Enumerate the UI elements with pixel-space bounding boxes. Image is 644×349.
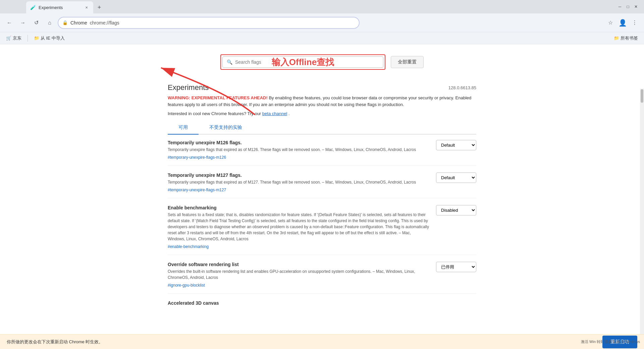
tab-available[interactable]: 可用 [168,121,199,134]
experiments-tab[interactable]: 🧪 Experiments ✕ [26,1,93,13]
address-site-label: Chrome [70,20,87,26]
nav-right-buttons: ☆ 👤 ⋮ [605,17,640,28]
version-text: 128.0.6613.85 [448,85,476,90]
flag-title-gpu: Override software rendering list [168,262,429,267]
flags-list: Temporarily unexpire M126 flags. Tempora… [168,140,476,312]
close-button[interactable]: ✕ [633,4,639,9]
beta-channel-link[interactable]: beta channel [262,111,287,116]
bookmark-jd-label: 京东 [13,35,21,41]
flag-select-m127[interactable]: Default Enabled Disabled [436,172,476,183]
tabs-navigation: 可用 不受支持的实验 [168,121,476,135]
flag-item-3dcanvas: Accelerated 3D canvas [168,300,476,312]
tab-unsupported[interactable]: 不受支持的实验 [199,121,253,134]
flag-link-m127[interactable]: #temporary-unexpire-flags-m127 [168,188,226,192]
flag-control-gpu: 默认 已启用 已停用 [436,262,476,272]
search-area: 🔍 输入Offline查找 全部重置 [168,51,476,70]
bookmarks-bar: 🛒 京东 📁 从 IE 中导入 📁 所有书签 [0,32,644,44]
flag-control-benchmarking: Default Enabled Disabled [436,205,476,215]
scrollbar[interactable] [640,89,644,334]
reload-button[interactable]: ↺ [31,17,42,28]
maximize-button[interactable]: □ [625,4,631,9]
search-box-outer: 🔍 输入Offline查找 [220,54,385,70]
flag-title-3dcanvas: Accelerated 3D canvas [168,300,476,306]
bookmarks-right: 📁 所有书签 [612,35,640,42]
flag-item-benchmarking: Enable benchmarking Sets all features to… [168,205,476,255]
all-bookmarks-button[interactable]: 📁 所有书签 [612,35,640,42]
all-bookmarks-label: 所有书签 [621,35,638,41]
bookmark-ie-import[interactable]: 📁 从 IE 中导入 [32,35,67,42]
flag-item-m127: Temporarily unexpire M127 flags. Tempora… [168,172,476,198]
address-bar[interactable]: 🔒 Chrome chrome://flags [58,17,360,29]
search-icon: 🔍 [227,59,232,65]
lock-icon: 🔒 [62,20,68,25]
flag-title-m127: Temporarily unexpire M127 flags. [168,172,429,178]
forward-button[interactable]: → [17,17,28,28]
warning-text: WARNING: EXPERIMENTAL FEATURES AHEAD! By… [168,95,476,108]
title-bar: 🧪 Experiments ✕ + ─ □ ✕ [0,0,644,13]
flag-title-benchmarking: Enable benchmarking [168,205,429,210]
page-heading: Experiments [168,83,209,92]
flag-desc-gpu: Overrides the built-in software renderin… [168,268,429,281]
flag-desc-m127: Temporarily unexpire flags that expired … [168,179,429,185]
nav-bar: ← → ↺ ⌂ 🔒 Chrome chrome://flags ☆ 👤 ⋮ [0,13,644,32]
flag-control-m127: Default Enabled Disabled [436,172,476,183]
bookmark-jd-icon: 🛒 [6,36,11,41]
new-tab-button[interactable]: + [95,3,104,12]
flag-select-gpu[interactable]: 默认 已启用 已停用 [436,262,476,272]
relaunch-button[interactable]: 重新启动 [602,336,637,348]
flag-select-m126[interactable]: Default Enabled Disabled [436,140,476,150]
tab-title: Experiments [39,5,81,10]
flag-link-gpu[interactable]: #ignore-gpu-blocklist [168,283,205,288]
search-box[interactable]: 🔍 输入Offline查找 [222,56,383,68]
scrollbar-thumb[interactable] [641,89,643,103]
interested-text: Interested in cool new Chrome features? … [168,111,262,116]
flag-desc-m126: Temporarily unexpire flags that expired … [168,147,429,153]
back-button[interactable]: ← [4,17,15,28]
menu-button[interactable]: ⋮ [629,17,640,28]
search-input[interactable] [235,59,379,65]
minimize-button[interactable]: ─ [617,4,623,9]
flag-link-m126[interactable]: #temporary-unexpire-flags-m126 [168,155,226,160]
flag-info-3dcanvas: Accelerated 3D canvas [168,300,476,307]
address-bar-container: 🔒 Chrome chrome://flags [58,17,360,29]
bookmarks-icon: 📁 [614,36,619,41]
page-inner: Experiments 128.0.6613.85 WARNING: EXPER… [154,77,490,326]
beta-link-suffix: . [288,111,290,116]
browser-frame: 🧪 Experiments ✕ + ─ □ ✕ ← → ↺ ⌂ 🔒 Chrome… [0,0,644,349]
flag-info-m126: Temporarily unexpire M126 flags. Tempora… [168,140,429,160]
flag-item-m126: Temporarily unexpire M126 flags. Tempora… [168,140,476,166]
home-button[interactable]: ⌂ [44,17,55,28]
flag-info-m127: Temporarily unexpire M127 flags. Tempora… [168,172,429,193]
flag-control-m126: Default Enabled Disabled [436,140,476,150]
flag-title-m126: Temporarily unexpire M126 flags. [168,140,429,145]
profile-button[interactable]: 👤 [617,17,628,28]
warning-prefix: WARNING: EXPERIMENTAL FEATURES AHEAD! [168,95,268,100]
window-controls: ─ □ ✕ [617,4,641,9]
page-title-row: Experiments 128.0.6613.85 [168,83,476,92]
flag-info-gpu: Override software rendering list Overrid… [168,262,429,288]
bottom-bar-text: 你所做的更改会在下次重新启动 Chrome 时生效。 [7,339,103,345]
flag-info-benchmarking: Enable benchmarking Sets all features to… [168,205,429,249]
bookmark-ie-label: 从 IE 中导入 [41,35,65,41]
page-content: 🔍 输入Offline查找 全部重置 Experiments [0,44,644,334]
tab-favicon-icon: 🧪 [30,5,36,10]
flag-link-benchmarking[interactable]: #enable-benchmarking [168,244,209,249]
bookmark-separator [28,35,28,42]
bookmark-folder-icon: 📁 [34,36,39,41]
address-url: chrome://flags [90,20,119,26]
reset-button[interactable]: 全部重置 [391,56,424,68]
flag-item-gpu: Override software rendering list Overrid… [168,262,476,294]
bottom-bar: 你所做的更改会在下次重新启动 Chrome 时生效。 重新启动 [0,334,644,349]
flag-desc-benchmarking: Sets all features to a fixed state; that… [168,212,429,242]
bookmark-jd[interactable]: 🛒 京东 [4,35,23,42]
tab-bar: 🧪 Experiments ✕ + [3,0,617,13]
beta-channel-text: Interested in cool new Chrome features? … [168,110,476,117]
flag-select-benchmarking[interactable]: Default Enabled Disabled [436,205,476,215]
tab-close-button[interactable]: ✕ [84,5,89,10]
bookmark-star-button[interactable]: ☆ [605,17,616,28]
